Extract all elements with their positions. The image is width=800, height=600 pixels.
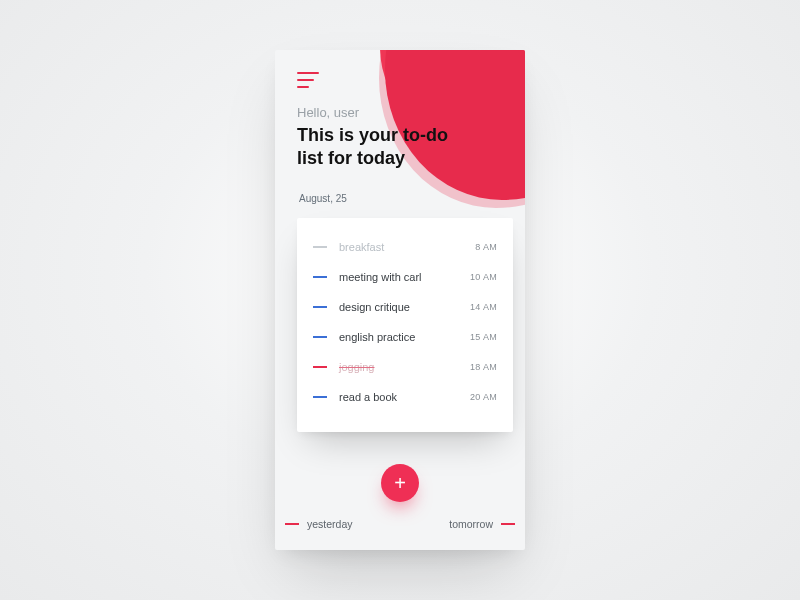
list-item[interactable]: meeting with carl 10 AM	[313, 262, 497, 292]
task-tick-icon	[313, 276, 327, 278]
task-tick-icon	[313, 246, 327, 248]
add-task-button[interactable]: +	[381, 464, 419, 502]
task-tick-icon	[313, 366, 327, 368]
task-time: 10 AM	[470, 272, 497, 282]
list-item[interactable]: breakfast 8 AM	[313, 232, 497, 262]
task-time: 18 AM	[470, 362, 497, 372]
list-item[interactable]: english practice 15 AM	[313, 322, 497, 352]
task-label: english practice	[339, 331, 470, 343]
footer-nav: yesterday tomorrow	[275, 518, 525, 530]
task-label: jogging	[339, 361, 470, 373]
dash-icon	[285, 523, 299, 525]
hamburger-menu-icon[interactable]	[297, 72, 319, 88]
task-label: meeting with carl	[339, 271, 470, 283]
nav-next-label: tomorrow	[449, 518, 493, 530]
plus-icon: +	[394, 473, 406, 493]
todo-card: breakfast 8 AM meeting with carl 10 AM d…	[297, 218, 513, 432]
app-screen: Hello, user This is your to-do list for …	[275, 50, 525, 550]
task-tick-icon	[313, 336, 327, 338]
nav-next[interactable]: tomorrow	[449, 518, 515, 530]
task-label: design critique	[339, 301, 470, 313]
task-label: breakfast	[339, 241, 475, 253]
task-time: 8 AM	[475, 242, 497, 252]
nav-prev[interactable]: yesterday	[285, 518, 353, 530]
header: Hello, user This is your to-do list for …	[297, 105, 503, 169]
nav-prev-label: yesterday	[307, 518, 353, 530]
task-tick-icon	[313, 396, 327, 398]
dash-icon	[501, 523, 515, 525]
task-time: 14 AM	[470, 302, 497, 312]
task-tick-icon	[313, 306, 327, 308]
date-label: August, 25	[299, 193, 347, 204]
greeting-text: Hello, user	[297, 105, 503, 120]
list-item[interactable]: design critique 14 AM	[313, 292, 497, 322]
task-time: 15 AM	[470, 332, 497, 342]
list-item[interactable]: jogging 18 AM	[313, 352, 497, 382]
page-title: This is your to-do list for today	[297, 124, 467, 169]
task-label: read a book	[339, 391, 470, 403]
task-time: 20 AM	[470, 392, 497, 402]
list-item[interactable]: read a book 20 AM	[313, 382, 497, 412]
